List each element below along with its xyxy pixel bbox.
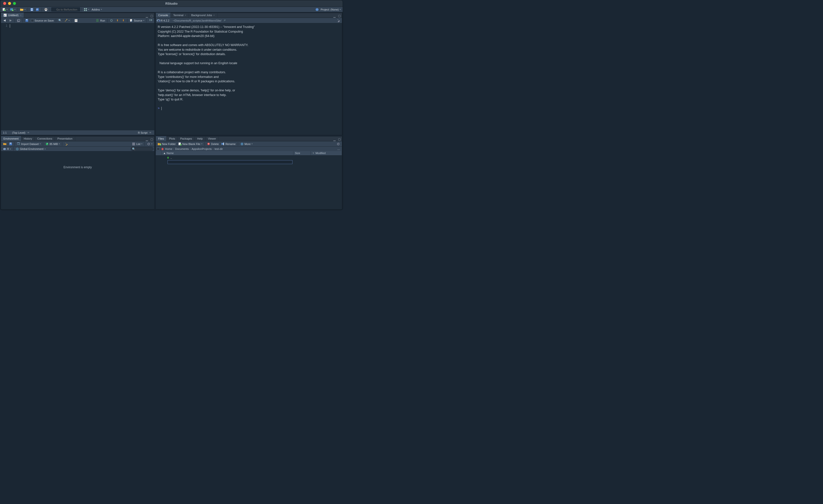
svg-rect-39 bbox=[132, 143, 135, 143]
import-dataset-label: Import Dataset bbox=[21, 143, 39, 146]
refresh-files-button[interactable] bbox=[336, 142, 341, 146]
scope-selector[interactable]: Global Environment ▾ bbox=[15, 147, 46, 151]
notebook-icon bbox=[74, 19, 77, 22]
tab-connections[interactable]: Connections bbox=[35, 136, 55, 141]
new-file-button[interactable]: ▾ bbox=[1, 7, 9, 12]
open-file-button[interactable]: ▾ bbox=[19, 7, 26, 12]
delete-button[interactable]: Delete bbox=[206, 142, 220, 146]
new-project-button[interactable]: ▾ bbox=[9, 7, 16, 12]
wand-button[interactable]: ▾ bbox=[63, 18, 70, 23]
home-icon[interactable] bbox=[161, 147, 164, 151]
svg-rect-41 bbox=[132, 145, 135, 145]
svg-rect-27 bbox=[149, 19, 150, 20]
close-icon[interactable]: × bbox=[20, 14, 21, 17]
clear-console-button[interactable] bbox=[336, 18, 341, 23]
breadcrumb-home[interactable]: Home bbox=[165, 147, 172, 150]
rename-label: Rename bbox=[225, 143, 235, 146]
col-size[interactable]: Size bbox=[294, 151, 311, 155]
rename-button[interactable]: Rename bbox=[220, 142, 236, 146]
window-maximize-button[interactable] bbox=[13, 2, 16, 5]
maximize-pane-icon[interactable]: ▢ bbox=[338, 14, 341, 18]
console-body[interactable]: R version 4.2.2 Patched (2022-11-30 r833… bbox=[156, 23, 342, 135]
editor-tab-untitled1[interactable]: Untitled1 × bbox=[1, 13, 24, 18]
print-button[interactable] bbox=[43, 7, 48, 12]
minimize-pane-icon[interactable]: ▁ bbox=[145, 138, 148, 141]
forward-button[interactable]: ⯈ bbox=[8, 18, 13, 23]
grid-button[interactable]: ▾ bbox=[83, 7, 90, 12]
re-run-button[interactable] bbox=[109, 18, 114, 23]
code-area[interactable] bbox=[9, 23, 154, 130]
tab-files[interactable]: Files bbox=[156, 136, 167, 141]
col-name[interactable]: ▲Name bbox=[162, 151, 294, 155]
svg-rect-13 bbox=[84, 8, 85, 9]
col-modified[interactable]: ▼Modified bbox=[311, 151, 342, 155]
maximize-pane-icon[interactable]: ▢ bbox=[338, 138, 341, 141]
window-minimize-button[interactable] bbox=[8, 2, 11, 5]
go-to-prev-button[interactable]: ⬆ bbox=[115, 18, 120, 23]
maximize-pane-icon[interactable]: ▢ bbox=[150, 138, 153, 141]
new-blank-file-button[interactable]: New Blank File ▾ bbox=[177, 142, 203, 146]
memory-button[interactable]: 85 MiB ▾ bbox=[44, 142, 61, 146]
path-more-button[interactable]: … bbox=[336, 147, 341, 151]
outline-button[interactable] bbox=[148, 18, 153, 23]
file-type-selector[interactable]: R Script ≑ bbox=[137, 131, 152, 135]
minimize-pane-icon[interactable]: ▁ bbox=[333, 14, 336, 18]
tab-history[interactable]: History bbox=[21, 136, 35, 141]
compile-report-button[interactable] bbox=[73, 18, 78, 23]
back-button[interactable]: ⯇ bbox=[2, 18, 7, 23]
maximize-pane-icon[interactable]: ▢ bbox=[150, 14, 153, 18]
open-wd-button[interactable]: ↗ bbox=[222, 18, 227, 23]
tab-packages[interactable]: Packages bbox=[178, 136, 195, 141]
tab-console[interactable]: Console bbox=[156, 13, 171, 18]
view-mode-button[interactable]: List ▾ bbox=[131, 142, 143, 146]
tab-background-jobs[interactable]: Background Jobs× bbox=[189, 13, 217, 18]
source-button[interactable]: Source ▾ bbox=[129, 18, 145, 23]
minimize-pane-icon[interactable]: ▁ bbox=[333, 138, 336, 141]
save-button[interactable] bbox=[29, 7, 34, 12]
load-workspace-button[interactable] bbox=[2, 142, 7, 146]
show-in-new-window-button[interactable] bbox=[16, 18, 21, 23]
project-menu[interactable]: Project: (None) ▾ bbox=[320, 7, 342, 12]
new-blank-label: New Blank File bbox=[182, 143, 200, 146]
refresh-env-button[interactable]: ▾ bbox=[146, 142, 153, 146]
save-all-button[interactable] bbox=[35, 7, 40, 12]
search-icon: 🔍 bbox=[58, 19, 62, 22]
editor-body[interactable]: 1 bbox=[1, 23, 154, 130]
goto-file-function-input[interactable] bbox=[51, 7, 80, 11]
select-all-checkbox[interactable] bbox=[157, 147, 160, 150]
tab-viewer[interactable]: Viewer bbox=[205, 136, 219, 141]
clear-env-button[interactable] bbox=[63, 142, 69, 146]
source-on-save-checkbox[interactable]: Source on Save bbox=[30, 18, 55, 23]
files-listing: .. bbox=[156, 156, 342, 209]
breadcrumb-documents[interactable]: Documents bbox=[175, 147, 189, 150]
breadcrumb-testdir[interactable]: test-dir bbox=[214, 147, 223, 150]
new-file-name-input[interactable] bbox=[168, 160, 293, 164]
tab-environment[interactable]: Environment bbox=[1, 136, 21, 141]
r-version-label: R 4.2.2 bbox=[161, 19, 169, 22]
breadcrumb-appsilon[interactable]: AppsilonProjects bbox=[191, 147, 212, 150]
lang-selector[interactable]: R R ▾ bbox=[2, 147, 12, 151]
new-folder-button[interactable]: New Folder bbox=[157, 142, 177, 146]
import-dataset-button[interactable]: Import Dataset ▾ bbox=[16, 142, 42, 146]
close-icon[interactable]: × bbox=[213, 14, 215, 17]
save-editor-button[interactable] bbox=[24, 18, 29, 23]
go-to-next-button[interactable]: ⬇ bbox=[121, 18, 126, 23]
close-icon[interactable]: × bbox=[185, 14, 186, 17]
parent-dir-row[interactable]: .. bbox=[156, 156, 342, 160]
delete-label: Delete bbox=[211, 143, 219, 146]
tab-terminal[interactable]: Terminal× bbox=[171, 13, 189, 18]
tab-help[interactable]: Help bbox=[195, 136, 205, 141]
tab-presentation[interactable]: Presentation bbox=[55, 136, 75, 141]
tab-plots[interactable]: Plots bbox=[167, 136, 178, 141]
scope-selector[interactable]: (Top Level) ≑ bbox=[11, 131, 30, 135]
minimize-pane-icon[interactable]: ▁ bbox=[145, 14, 148, 18]
more-button[interactable]: More ▾ bbox=[239, 142, 254, 146]
run-button[interactable]: Run bbox=[95, 18, 106, 23]
find-button[interactable]: 🔍 bbox=[57, 18, 63, 23]
svg-rect-35 bbox=[10, 143, 11, 144]
save-workspace-button[interactable] bbox=[8, 142, 13, 146]
window-close-button[interactable] bbox=[3, 2, 6, 5]
working-directory[interactable]: ~/Documents/R_scripts/JanithWanniSite/ bbox=[173, 19, 221, 22]
addins-button[interactable]: Addins ▾ bbox=[91, 7, 103, 12]
broom-icon bbox=[64, 142, 68, 146]
